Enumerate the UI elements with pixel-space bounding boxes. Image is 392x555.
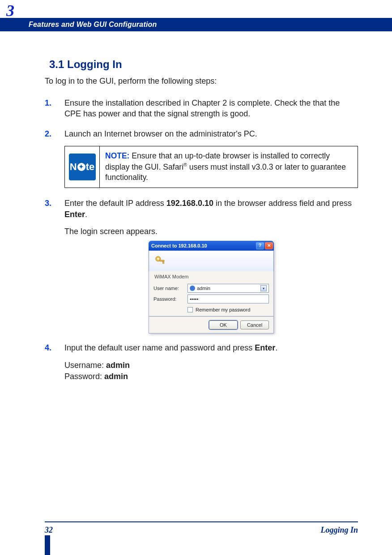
remember-checkbox[interactable] bbox=[187, 307, 193, 312]
step-1: 1. Ensure the installation described in … bbox=[45, 98, 358, 120]
step-text: Launch an Internet browser on the admini… bbox=[64, 129, 257, 138]
dialog-banner bbox=[149, 251, 274, 271]
step4-tail: . bbox=[275, 343, 277, 352]
footer-rule bbox=[45, 521, 358, 522]
step3-ip: 192.168.0.10 bbox=[166, 199, 213, 208]
globe-icon: ✦ bbox=[77, 163, 85, 171]
credentials: Username: admin Password: admin bbox=[64, 360, 358, 382]
step-4: 4. Input the default user name and passw… bbox=[45, 342, 358, 382]
dialog-button-bar: OK Cancel bbox=[149, 316, 274, 333]
step4-pre: Input the default user name and password… bbox=[64, 343, 255, 352]
footer-page-number: 32 bbox=[45, 526, 53, 534]
step3-pre: Enter the default IP address bbox=[64, 199, 166, 208]
note-badge-n: N bbox=[70, 162, 77, 172]
step3-mid: in the browser address field and press bbox=[213, 199, 352, 208]
password-field[interactable]: ••••• bbox=[187, 295, 269, 303]
dialog-body: WiMAX Modem User name: admin ▾ Password: bbox=[149, 271, 274, 316]
login-dialog-figure: Connect to 192.168.0.10 ? ✕ bbox=[64, 241, 358, 333]
cancel-button[interactable]: Cancel bbox=[240, 320, 269, 329]
password-row: Password: ••••• bbox=[153, 295, 269, 303]
username-label: User name: bbox=[153, 286, 185, 291]
step-2: 2. Launch an Internet browser on the adm… bbox=[45, 128, 358, 188]
footer-side-tab bbox=[45, 535, 50, 555]
username-cred-label: Username: bbox=[64, 361, 106, 370]
username-cred-value: admin bbox=[106, 361, 130, 370]
chapter-number: 3 bbox=[6, 3, 14, 19]
password-cred-label: Password: bbox=[64, 372, 104, 381]
step-text: Ensure the installation described in Cha… bbox=[64, 98, 340, 119]
ok-button[interactable]: OK bbox=[209, 320, 238, 329]
step-3: 3. Enter the default IP address 192.168.… bbox=[45, 198, 358, 333]
dialog-titlebar: Connect to 192.168.0.10 ? ✕ bbox=[149, 241, 274, 251]
step-list: 1. Ensure the installation described in … bbox=[45, 98, 358, 382]
close-button[interactable]: ✕ bbox=[265, 242, 273, 249]
step3-enter: Enter bbox=[64, 210, 85, 219]
note-callout: N✦te NOTE: Ensure that an up-to-date bro… bbox=[64, 146, 358, 188]
step-number: 1. bbox=[45, 98, 51, 109]
step4-enter: Enter bbox=[255, 343, 275, 352]
chapter-header-bar: Features and Web GUI Configuration bbox=[0, 18, 392, 31]
username-value: admin bbox=[197, 286, 210, 291]
registered-mark: ® bbox=[183, 162, 187, 167]
dialog-realm: WiMAX Modem bbox=[153, 274, 269, 282]
remember-checkbox-row[interactable]: Remember my password bbox=[187, 307, 269, 312]
step3-tail: . bbox=[85, 210, 87, 219]
login-dialog: Connect to 192.168.0.10 ? ✕ bbox=[149, 241, 274, 333]
footer-section-name: Logging In bbox=[320, 526, 358, 534]
step-number: 3. bbox=[45, 198, 51, 209]
step-text: Input the default user name and password… bbox=[64, 343, 277, 352]
note-text: NOTE: Ensure that an up-to-date browser … bbox=[100, 146, 358, 188]
section-heading: 3.1 Logging In bbox=[49, 58, 358, 71]
help-button[interactable]: ? bbox=[256, 242, 264, 249]
page-body: 3.1 Logging In To log in to the GUI, per… bbox=[45, 58, 358, 391]
step-number: 2. bbox=[45, 128, 51, 140]
svg-point-1 bbox=[157, 258, 159, 260]
username-field[interactable]: admin ▾ bbox=[187, 284, 269, 293]
step-text: Enter the default IP address 192.168.0.1… bbox=[64, 199, 352, 219]
step-number: 4. bbox=[45, 342, 51, 354]
dialog-title-text: Connect to 192.168.0.10 bbox=[151, 243, 207, 248]
step3-after: The login screen appears. bbox=[64, 226, 358, 237]
note-icon-cell: N✦te bbox=[65, 146, 100, 188]
svg-rect-3 bbox=[163, 261, 164, 264]
remember-label: Remember my password bbox=[196, 307, 250, 312]
chapter-title: Features and Web GUI Configuration bbox=[0, 18, 392, 31]
note-badge-te: te bbox=[86, 162, 95, 172]
password-label: Password: bbox=[153, 296, 185, 302]
note-lead: NOTE: bbox=[105, 151, 129, 160]
note-icon: N✦te bbox=[69, 154, 96, 180]
keys-icon bbox=[153, 254, 167, 268]
username-row: User name: admin ▾ bbox=[153, 284, 269, 293]
password-value: ••••• bbox=[190, 296, 198, 302]
password-cred-value: admin bbox=[104, 372, 128, 381]
user-icon bbox=[190, 286, 195, 291]
section-intro: To log in to the GUI, perform the follow… bbox=[45, 76, 358, 87]
chevron-down-icon[interactable]: ▾ bbox=[260, 285, 267, 291]
